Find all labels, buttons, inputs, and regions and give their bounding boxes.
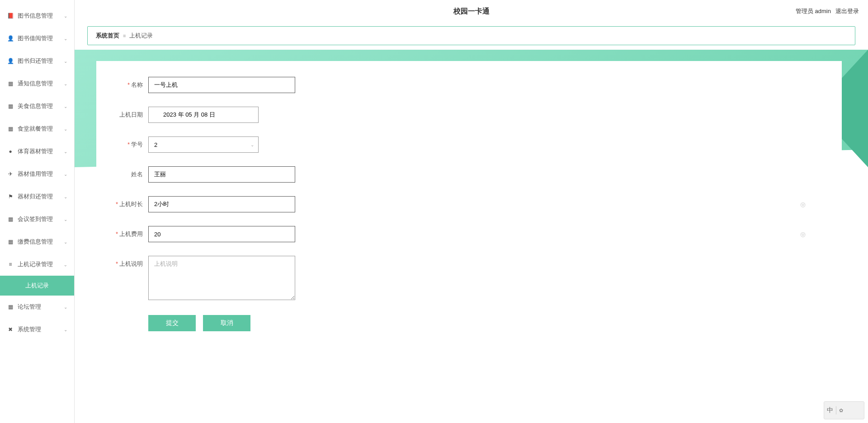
- chevron-down-icon: ⌄: [64, 240, 67, 244]
- sidebar-item-label: 通知信息管理: [18, 80, 53, 88]
- submit-button[interactable]: 提交: [148, 315, 196, 331]
- sidebar-item-label: 论坛管理: [18, 303, 41, 311]
- sidebar-item-label: 会议签到管理: [18, 215, 53, 223]
- cancel-button[interactable]: 取消: [203, 315, 250, 331]
- grid-icon: ▦: [7, 103, 14, 110]
- label-student-name: 姓名: [114, 166, 148, 179]
- ime-lang: 中: [827, 406, 836, 414]
- content-wrapper: *名称 上机日期 📅 *学号: [75, 50, 868, 423]
- student-name-input[interactable]: [148, 166, 295, 183]
- chevron-down-icon: ⌄: [64, 149, 67, 154]
- label-duration: *上机时长: [114, 196, 148, 208]
- form-row-duration: *上机时长 ◎: [114, 196, 824, 212]
- spinner-icon: ◎: [800, 201, 806, 208]
- grid-icon: ▦: [7, 216, 14, 223]
- breadcrumb-current: 上机记录: [129, 32, 153, 40]
- sidebar-item-label: 上机记录管理: [18, 260, 53, 268]
- chevron-down-icon: ⌄: [64, 217, 67, 222]
- sidebar-subitem-computer-record[interactable]: 上机记录: [0, 276, 74, 296]
- sidebar-item-canteen[interactable]: ▦ 食堂就餐管理 ⌄: [0, 118, 74, 140]
- grid-icon: ▦: [7, 80, 14, 87]
- grid-icon: ▦: [7, 303, 14, 310]
- form-row-fee: *上机费用 ◎: [114, 226, 824, 242]
- chevron-down-icon: ⌄: [64, 305, 67, 310]
- form-row-student-id: *学号 ⌄: [114, 136, 824, 153]
- button-row: 提交 取消: [148, 315, 824, 331]
- student-id-select[interactable]: [148, 136, 259, 153]
- description-textarea[interactable]: [148, 256, 295, 300]
- sidebar-item-computer-record[interactable]: ≡ 上机记录管理 ⌃: [0, 253, 74, 276]
- form-row-description: *上机说明: [114, 256, 824, 301]
- sidebar: 📕 图书信息管理 ⌄ 👤 图书借阅管理 ⌄ 👤 图书归还管理 ⌄ ▦ 通知信息管…: [0, 0, 75, 423]
- form-row-student-name: 姓名: [114, 166, 824, 183]
- label-description: *上机说明: [114, 256, 148, 268]
- sidebar-item-book-info[interactable]: 📕 图书信息管理 ⌄: [0, 5, 74, 27]
- chevron-down-icon: ⌄: [64, 194, 67, 199]
- name-input[interactable]: [148, 77, 295, 93]
- chevron-down-icon: ⌄: [64, 14, 67, 19]
- label-name: *名称: [114, 77, 148, 89]
- breadcrumb: 系统首页 ≡ 上机记录: [87, 26, 855, 45]
- chevron-down-icon: ⌄: [64, 172, 67, 177]
- sidebar-item-notice[interactable]: ▦ 通知信息管理 ⌄: [0, 72, 74, 95]
- flag-icon: ⚑: [7, 193, 14, 200]
- list-icon: ≡: [7, 261, 14, 268]
- sidebar-item-label: 器材归还管理: [18, 193, 53, 201]
- sidebar-item-label: 图书借阅管理: [18, 34, 53, 42]
- book-icon: 📕: [7, 12, 14, 19]
- sidebar-item-book-borrow[interactable]: 👤 图书借阅管理 ⌄: [0, 27, 74, 50]
- form-card: *名称 上机日期 📅 *学号: [96, 61, 842, 349]
- sidebar-item-meeting[interactable]: ▦ 会议签到管理 ⌄: [0, 208, 74, 230]
- sidebar-item-label: 美食信息管理: [18, 102, 53, 110]
- sidebar-item-label: 体育器材管理: [18, 147, 53, 155]
- sidebar-item-equipment-return[interactable]: ⚑ 器材归还管理 ⌄: [0, 185, 74, 208]
- label-fee: *上机费用: [114, 226, 148, 238]
- person-icon: 👤: [7, 57, 14, 65]
- grid-icon: ▦: [7, 238, 14, 245]
- form-row-date: 上机日期 📅: [114, 107, 824, 123]
- sidebar-item-label: 图书信息管理: [18, 12, 53, 20]
- sidebar-item-label: 系统管理: [18, 325, 41, 334]
- sidebar-item-food[interactable]: ▦ 美食信息管理 ⌄: [0, 95, 74, 118]
- sidebar-item-label: 图书归还管理: [18, 57, 53, 65]
- ime-decoration-icon: ✿: [839, 408, 843, 414]
- sidebar-item-label: 食堂就餐管理: [18, 125, 53, 133]
- logout-link[interactable]: 退出登录: [835, 7, 859, 15]
- sidebar-item-sports[interactable]: ● 体育器材管理 ⌄: [0, 140, 74, 163]
- sidebar-item-forum[interactable]: ▦ 论坛管理 ⌄: [0, 296, 74, 318]
- breadcrumb-home[interactable]: 系统首页: [96, 32, 119, 40]
- label-date: 上机日期: [114, 107, 148, 119]
- sidebar-item-label: 器材借用管理: [18, 170, 53, 178]
- dot-icon: ●: [7, 148, 14, 155]
- chevron-up-icon: ⌃: [64, 262, 67, 267]
- fee-input[interactable]: [148, 226, 295, 242]
- send-icon: ✈: [7, 170, 14, 178]
- main-area: 校园一卡通 管理员 admin 退出登录 系统首页 ≡ 上机记录 *名称: [75, 0, 868, 423]
- app-title: 校园一卡通: [453, 7, 490, 16]
- chevron-down-icon: ⌄: [64, 127, 67, 132]
- duration-input[interactable]: [148, 196, 295, 212]
- chevron-down-icon: ⌄: [64, 59, 67, 64]
- chevron-down-icon: ⌄: [64, 104, 67, 109]
- chevron-down-icon: ⌄: [64, 36, 67, 41]
- sidebar-item-payment[interactable]: ▦ 缴费信息管理 ⌄: [0, 230, 74, 253]
- sidebar-item-equipment-borrow[interactable]: ✈ 器材借用管理 ⌄: [0, 163, 74, 185]
- sidebar-item-label: 缴费信息管理: [18, 238, 53, 246]
- close-icon: ✖: [7, 326, 14, 333]
- sidebar-subitem-label: 上机记录: [25, 282, 49, 289]
- sidebar-item-system[interactable]: ✖ 系统管理 ⌄: [0, 318, 74, 341]
- sidebar-item-book-return[interactable]: 👤 图书归还管理 ⌄: [0, 50, 74, 72]
- grid-icon: ▦: [7, 125, 14, 132]
- chevron-down-icon: ⌄: [64, 327, 67, 332]
- header: 校园一卡通 管理员 admin 退出登录: [75, 0, 868, 23]
- chevron-down-icon: ⌄: [64, 81, 67, 86]
- breadcrumb-separator-icon: ≡: [123, 33, 126, 38]
- date-input[interactable]: [148, 107, 259, 123]
- admin-label[interactable]: 管理员 admin: [796, 7, 831, 15]
- person-icon: 👤: [7, 35, 14, 42]
- spinner-icon: ◎: [800, 230, 806, 238]
- form-row-name: *名称: [114, 77, 824, 93]
- label-student-id: *学号: [114, 136, 148, 149]
- ime-indicator: 中 ✿: [824, 401, 864, 419]
